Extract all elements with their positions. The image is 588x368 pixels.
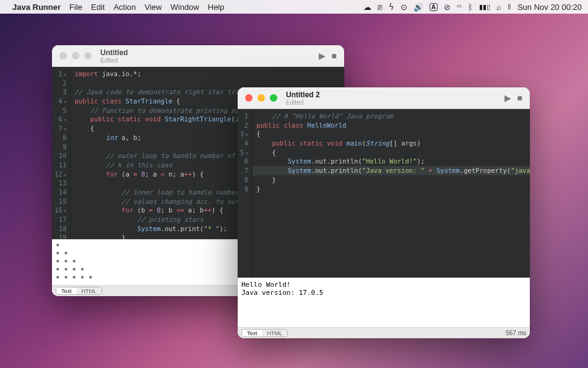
line-number[interactable]: 1 <box>240 112 248 121</box>
code-line[interactable]: } <box>256 185 530 194</box>
menu-help[interactable]: Help <box>208 2 225 12</box>
window-subtitle: Edited <box>286 99 320 106</box>
line-number[interactable]: 9 <box>54 142 66 152</box>
line-number[interactable]: 12 <box>54 170 66 179</box>
window-subtitle: Edited <box>100 57 128 64</box>
control-center-icon[interactable]: ⫴ <box>508 2 511 12</box>
line-number[interactable]: 7 <box>240 166 248 175</box>
code-line[interactable]: { <box>256 129 530 139</box>
status-icon[interactable]: ⊙ <box>400 2 407 12</box>
line-number[interactable]: 5 <box>240 148 248 157</box>
line-number[interactable]: 5 <box>54 106 66 115</box>
code-line[interactable]: // A "Hello World" Java program <box>256 112 530 121</box>
menu-file[interactable]: File <box>69 2 82 12</box>
tab-html[interactable]: HTML <box>77 287 102 294</box>
line-number[interactable]: 16 <box>54 206 66 215</box>
line-number[interactable]: 13 <box>54 178 66 188</box>
line-number[interactable]: 19 <box>54 233 66 239</box>
window-untitled-2[interactable]: Untitled 2 Edited ▶ ■ 123456789 // A "He… <box>238 87 530 338</box>
line-number[interactable]: 8 <box>240 175 248 185</box>
run-button[interactable]: ▶ <box>319 51 326 61</box>
spotlight-icon[interactable]: ⌕ <box>496 2 501 12</box>
status-icon[interactable]: ϟ <box>389 2 394 12</box>
line-number[interactable]: 14 <box>54 188 66 197</box>
tab-html[interactable]: HTML <box>262 330 288 336</box>
line-number[interactable]: 6 <box>54 115 66 124</box>
line-number[interactable]: 1 <box>54 69 66 79</box>
menu-edit[interactable]: Edit <box>91 2 105 12</box>
line-number[interactable]: 11 <box>54 160 66 170</box>
status-icon[interactable]: ☁︎ <box>363 2 371 12</box>
titlebar[interactable]: Untitled 2 Edited ▶ ■ <box>238 87 530 109</box>
line-number[interactable]: 2 <box>54 79 66 88</box>
execution-time: 567 ms <box>506 330 526 336</box>
line-number[interactable]: 7 <box>54 124 66 133</box>
run-button[interactable]: ▶ <box>504 93 511 103</box>
output-mode-segmented[interactable]: Text HTML <box>56 287 102 295</box>
close-button[interactable] <box>59 52 67 59</box>
menubar-clock[interactable]: Sun Nov 20 00:20 <box>517 2 582 12</box>
code-editor[interactable]: 123456789 // A "Hello World" Java progra… <box>238 109 530 278</box>
line-number[interactable]: 4 <box>54 97 66 106</box>
output-pane[interactable]: Hello World! Java version: 17.0.5 <box>238 278 530 327</box>
line-number[interactable]: 10 <box>54 151 66 160</box>
minimize-button[interactable] <box>257 94 265 102</box>
status-icon[interactable]: ⊘ <box>444 2 451 12</box>
wifi-icon[interactable]: ⌔ <box>457 2 462 12</box>
zoom-button[interactable] <box>84 52 92 59</box>
status-icon[interactable]: 🔊 <box>413 2 423 12</box>
battery-icon[interactable]: ▮▮▯ <box>479 3 490 11</box>
line-number[interactable]: 3 <box>54 87 66 97</box>
traffic-lights <box>59 52 92 59</box>
line-number[interactable]: 9 <box>240 185 248 194</box>
line-number[interactable]: 6 <box>240 157 248 166</box>
menu-view[interactable]: View <box>145 2 162 12</box>
tab-text[interactable]: Text <box>242 330 262 336</box>
code-line[interactable]: } <box>256 175 530 185</box>
code-line[interactable]: import java.io.*; <box>74 69 282 79</box>
output-mode-segmented[interactable]: Text HTML <box>241 329 288 337</box>
line-number[interactable]: 8 <box>54 133 66 142</box>
status-icon[interactable]: A <box>430 3 438 11</box>
window-title: Untitled 2 <box>286 90 320 99</box>
line-number[interactable]: 2 <box>240 121 248 130</box>
menu-action[interactable]: Action <box>113 2 136 12</box>
status-icon[interactable]: ⎚ <box>378 2 383 12</box>
code-line[interactable]: { <box>256 148 530 157</box>
code-line[interactable]: System.out.println("Hello World!"); <box>256 157 530 166</box>
line-number[interactable]: 18 <box>54 224 66 234</box>
window-title: Untitled <box>100 48 128 57</box>
titlebar[interactable]: Untitled Edited ▶ ■ <box>52 45 344 67</box>
code-line[interactable] <box>74 79 282 88</box>
stop-button[interactable]: ■ <box>332 51 337 61</box>
status-bar: Text HTML 567 ms <box>238 327 530 338</box>
menubar: Java Runner File Edit Action View Window… <box>0 0 588 14</box>
code-line[interactable]: public static void main(String[] args) <box>256 139 530 148</box>
bluetooth-icon[interactable]: ᛒ <box>468 2 473 12</box>
line-number[interactable]: 4 <box>240 139 248 148</box>
stop-button[interactable]: ■ <box>517 93 522 103</box>
menu-window[interactable]: Window <box>171 2 199 12</box>
minimize-button[interactable] <box>72 52 79 59</box>
code-line[interactable]: System.out.println("Java version: " + Sy… <box>253 166 530 175</box>
close-button[interactable] <box>245 94 253 102</box>
code-line[interactable]: public class HelloWorld <box>256 121 530 130</box>
line-number[interactable]: 3 <box>240 129 248 139</box>
line-number[interactable]: 17 <box>54 215 66 224</box>
line-number[interactable]: 15 <box>54 197 66 206</box>
app-menu[interactable]: Java Runner <box>12 2 61 12</box>
traffic-lights <box>245 94 277 102</box>
tab-text[interactable]: Text <box>56 287 77 294</box>
zoom-button[interactable] <box>270 94 277 102</box>
